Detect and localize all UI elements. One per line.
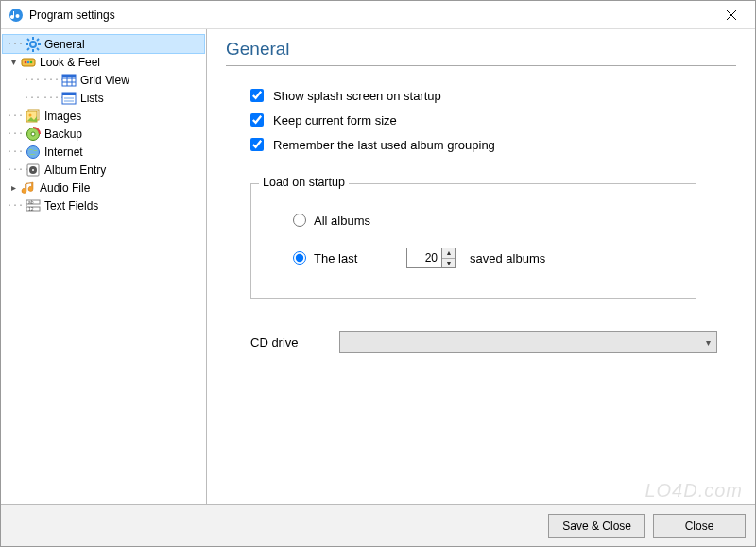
label-the-last: The last (314, 251, 395, 265)
label-keep-form-size: Keep current form size (273, 113, 397, 128)
label-cd-drive: CD drive (250, 335, 339, 350)
input-last-count[interactable] (407, 248, 441, 267)
tree-item-label: Images (44, 110, 81, 123)
svg-point-14 (25, 60, 27, 63)
radio-all-albums[interactable] (293, 214, 306, 227)
fields-icon: ab12 (26, 198, 41, 214)
tree-item-label: Text Fields (44, 199, 98, 213)
images-icon (26, 109, 41, 124)
button-bar: Save & Close Close (1, 504, 755, 546)
audio-icon (21, 180, 36, 196)
tree-item-label: Internet (44, 145, 83, 159)
tree-item-grid-view[interactable]: ·······Grid View (3, 71, 204, 89)
svg-line-11 (37, 39, 39, 41)
client-area: ····General▾Look & Feel·······Grid View·… (1, 29, 755, 546)
close-icon (727, 10, 736, 20)
tree-connector: ···· (7, 111, 26, 121)
tree-connector: ··· (24, 93, 43, 103)
svg-point-16 (30, 60, 33, 63)
label-saved-albums: saved albums (470, 251, 545, 265)
tree-item-audio-file[interactable]: ▸Audio File (3, 179, 204, 197)
checkbox-remember-grouping[interactable] (250, 138, 264, 151)
tree-item-label: General (44, 38, 85, 51)
save-close-button[interactable]: Save & Close (548, 514, 645, 538)
settings-panel: General Show splash screen on startup Ke… (207, 29, 755, 504)
app-icon (9, 8, 24, 23)
svg-line-12 (27, 48, 29, 50)
tree-item-text-fields[interactable]: ····ab12Text Fields (3, 197, 204, 214)
svg-rect-24 (62, 93, 76, 95)
tree-item-label: Audio File (40, 181, 90, 195)
list-icon (61, 91, 77, 106)
radio-the-last[interactable] (293, 251, 306, 265)
gear-icon (26, 37, 41, 52)
svg-point-1 (16, 14, 20, 18)
groupbox-title: Load on startup (259, 176, 349, 189)
tree-item-general[interactable]: ····General (3, 35, 204, 53)
checkbox-show-splash[interactable] (250, 89, 264, 102)
tree-item-label: Look & Feel (40, 56, 100, 69)
settings-window: Program settings ····General▾Look & Feel… (0, 0, 756, 547)
tree-item-backup[interactable]: ····Backup (3, 125, 204, 143)
svg-point-29 (29, 113, 32, 116)
tree-connector: ··· (24, 75, 43, 85)
palette-icon (21, 55, 36, 70)
svg-point-32 (27, 145, 40, 158)
tree-item-images[interactable]: ····Images (3, 107, 204, 125)
svg-point-15 (27, 60, 30, 63)
settings-tree: ····General▾Look & Feel·······Grid View·… (1, 29, 207, 504)
tree-connector: ···· (43, 93, 61, 103)
tree-item-label: Backup (44, 128, 82, 141)
checkbox-keep-form-size[interactable] (250, 113, 264, 127)
svg-line-9 (27, 39, 29, 41)
svg-point-35 (32, 169, 34, 171)
svg-rect-22 (62, 75, 76, 77)
tree-expand-icon[interactable]: ▾ (7, 56, 20, 69)
spin-down-button[interactable]: ▼ (442, 259, 455, 268)
groupbox-load-startup: Load on startup All albums The last (250, 183, 696, 299)
svg-text:ab: ab (28, 199, 34, 205)
tree-item-label: Grid View (80, 74, 129, 87)
svg-line-10 (37, 48, 39, 50)
tree-expand-icon[interactable]: ▸ (7, 181, 20, 195)
svg-text:12: 12 (28, 206, 34, 212)
disk-icon (26, 127, 41, 142)
svg-point-31 (31, 132, 35, 136)
spin-last-count: ▲ ▼ (406, 248, 456, 268)
label-remember-grouping: Remember the last used album grouping (273, 138, 495, 152)
tree-item-lists[interactable]: ·······Lists (3, 89, 204, 107)
tree-item-look-feel[interactable]: ▾Look & Feel (3, 53, 204, 71)
tree-connector: ···· (7, 128, 26, 139)
window-close-button[interactable] (712, 2, 751, 28)
table-icon (61, 73, 77, 88)
dropdown-cd-drive[interactable]: ▾ (339, 331, 717, 353)
globe-icon (26, 145, 41, 160)
divider (226, 65, 736, 66)
svg-point-4 (30, 42, 36, 47)
tree-item-label: Lists (80, 92, 104, 105)
tree-item-internet[interactable]: ····Internet (3, 143, 204, 161)
album-icon (26, 162, 41, 178)
close-button[interactable]: Close (653, 514, 746, 538)
label-all-albums: All albums (314, 214, 395, 228)
tree-connector: ···· (7, 39, 26, 49)
tree-connector: ···· (7, 200, 26, 211)
window-title: Program settings (29, 9, 115, 22)
tree-connector: ···· (7, 146, 26, 157)
chevron-down-icon: ▾ (706, 337, 711, 348)
tree-connector: ···· (43, 75, 61, 85)
tree-item-label: Album Entry (44, 163, 106, 177)
titlebar: Program settings (1, 1, 755, 29)
spin-up-button[interactable]: ▲ (442, 248, 455, 259)
label-show-splash: Show splash screen on startup (273, 89, 441, 103)
panel-title: General (226, 39, 736, 60)
tree-connector: ···· (7, 164, 26, 175)
tree-item-album-entry[interactable]: ····Album Entry (3, 161, 204, 179)
